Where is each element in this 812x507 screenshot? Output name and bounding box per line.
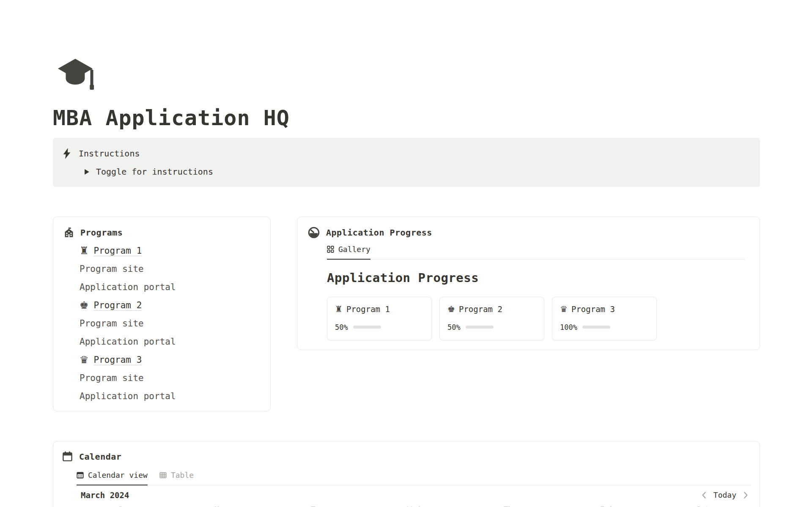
gallery-heading: Application Progress xyxy=(327,271,745,285)
gallery-card-program-2[interactable]: ♚ Program 2 50% xyxy=(439,297,544,340)
progress-row: 50% xyxy=(447,323,536,332)
weekday-header-row: Sun Mon Tue Wed Thu Fri Sat xyxy=(77,505,751,507)
lightning-bolt-icon xyxy=(62,148,71,159)
calendar-tabs: Calendar view xyxy=(77,471,751,485)
progress-bar xyxy=(353,326,381,329)
program-1-portal: Application portal xyxy=(80,278,260,296)
graduation-cap-icon xyxy=(55,58,95,92)
gallery-grid-icon xyxy=(327,246,334,253)
calendar-view-icon xyxy=(77,471,84,479)
chess-king-icon: ♚ xyxy=(80,300,89,310)
progress-percent: 100% xyxy=(560,323,577,332)
program-2-link[interactable]: Program 2 xyxy=(94,300,142,310)
chevron-left-icon[interactable] xyxy=(701,491,707,499)
gauge-icon xyxy=(307,226,320,239)
chevron-right-icon[interactable] xyxy=(743,491,749,499)
gallery-card-title: Program 1 xyxy=(346,304,390,314)
program-2-portal: Application portal xyxy=(80,332,260,351)
program-3-site: Program site xyxy=(80,369,260,387)
chess-king-icon: ♚ xyxy=(447,305,455,313)
progress-percent: 50% xyxy=(447,323,461,332)
program-1-site: Program site xyxy=(80,260,260,278)
progress-row: 50% xyxy=(335,323,424,332)
application-progress-card: Application Progress xyxy=(297,217,760,350)
toggle-triangle-icon xyxy=(84,169,90,175)
weekday-label: Thu xyxy=(462,505,558,507)
gallery-card-title: Program 2 xyxy=(459,304,502,314)
weekday-label: Wed xyxy=(366,505,462,507)
chess-rook-icon: ♜ xyxy=(80,246,89,256)
instructions-toggle[interactable]: Toggle for instructions xyxy=(84,167,751,177)
program-3-portal: Application portal xyxy=(80,387,260,405)
program-2-site: Program site xyxy=(80,314,260,332)
table-icon xyxy=(159,471,167,479)
notion-page: MBA Application HQ Instructions Toggle f… xyxy=(53,0,760,507)
tab-table-label: Table xyxy=(171,471,194,480)
tab-calendar-view[interactable]: Calendar view xyxy=(77,471,148,485)
page-title: MBA Application HQ xyxy=(53,105,760,131)
programs-title: Programs xyxy=(80,227,123,238)
calendar-title: Calendar xyxy=(79,452,121,462)
calendar-icon xyxy=(62,451,73,462)
gallery-tabs: Gallery xyxy=(327,245,745,260)
chess-queen-icon: ♛ xyxy=(560,305,568,313)
weekday-label: Sat xyxy=(655,505,751,507)
gallery-card-program-1[interactable]: ♜ Program 1 50% xyxy=(327,297,432,340)
progress-percent: 50% xyxy=(335,323,348,332)
weekday-label: Fri xyxy=(558,505,655,507)
program-3-link[interactable]: Program 3 xyxy=(94,355,142,365)
month-label: March 2024 xyxy=(81,491,129,500)
program-link-row: ♜ Program 1 xyxy=(80,241,260,260)
tab-gallery[interactable]: Gallery xyxy=(327,245,370,260)
tab-table[interactable]: Table xyxy=(159,471,194,485)
toggle-label: Toggle for instructions xyxy=(96,167,213,177)
chess-queen-icon: ♛ xyxy=(80,355,89,365)
gallery-card-program-3[interactable]: ♛ Program 3 100% xyxy=(552,297,657,340)
chess-rook-icon: ♜ xyxy=(335,305,343,313)
instructions-callout: Instructions Toggle for instructions xyxy=(53,138,760,187)
programs-list: ♜ Program 1 Program site Application por… xyxy=(63,241,260,405)
tab-gallery-label: Gallery xyxy=(338,245,370,254)
programs-card: Programs ♜ Program 1 Program site Applic… xyxy=(53,217,271,411)
school-building-icon xyxy=(63,227,74,238)
weekday-label: Sun xyxy=(77,505,173,507)
program-link-row: ♛ Program 3 xyxy=(80,351,260,369)
program-link-row: ♚ Program 2 xyxy=(80,296,260,314)
weekday-label: Tue xyxy=(269,505,366,507)
gallery-card-title: Program 3 xyxy=(571,304,615,314)
progress-bar xyxy=(466,326,494,329)
calendar-card: Calendar Calendar vie xyxy=(53,441,760,507)
progress-row: 100% xyxy=(560,323,649,332)
callout-title: Instructions xyxy=(79,148,140,159)
tab-calendar-view-label: Calendar view xyxy=(88,471,148,480)
application-progress-title: Application Progress xyxy=(326,227,432,238)
progress-bar xyxy=(582,326,610,329)
weekday-label: Mon xyxy=(173,505,269,507)
program-1-link[interactable]: Program 1 xyxy=(94,246,142,256)
today-button[interactable]: Today xyxy=(713,491,736,499)
gallery-cards: ♜ Program 1 50% ♚ Program 2 xyxy=(327,297,745,340)
